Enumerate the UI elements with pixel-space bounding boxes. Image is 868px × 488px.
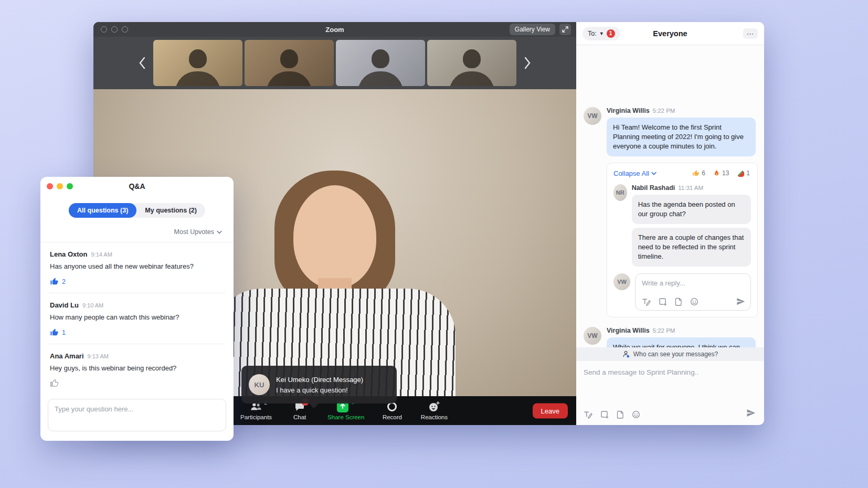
avatar: VW: [613, 273, 630, 290]
question-text: Hey guys, is this webinar being recorded…: [50, 364, 224, 372]
watermelon-icon: [737, 170, 744, 177]
chat-label: Chat: [293, 414, 306, 420]
qa-window: Q&A All questions (3) My questions (2) M…: [40, 177, 234, 441]
participant-silhouette: [372, 49, 389, 68]
upvote-count: 1: [62, 329, 66, 336]
reaction-list: 6 13 1: [692, 169, 751, 177]
tab-all-questions[interactable]: All questions (3): [69, 203, 136, 218]
avatar: NR: [613, 184, 627, 201]
minimize-window-button[interactable]: [57, 183, 63, 189]
participant-silhouette: [463, 49, 481, 68]
share-screen-button[interactable]: ⌃ Share Screen: [327, 401, 364, 420]
chat-composer: [576, 361, 764, 425]
question-author: David Lu: [50, 301, 79, 309]
chevron-down-icon: [651, 172, 657, 175]
reaction-watermelon[interactable]: 1: [737, 169, 750, 177]
window-controls: [47, 183, 73, 189]
filmstrip-prev-icon[interactable]: [135, 54, 149, 72]
participant-filmstrip: [93, 37, 576, 89]
participant-silhouette: [189, 49, 207, 68]
message-time: 5:22 PM: [653, 108, 675, 114]
message-bubble: There are a couple of changes that need …: [632, 228, 751, 267]
chevron-down-icon: [217, 230, 222, 234]
window-titlebar: Zoom Gallery View: [93, 22, 576, 37]
question-text: Has anyone used all the new webinar feat…: [50, 262, 224, 270]
thread-reply-composer: VW: [613, 273, 751, 311]
close-window-button[interactable]: [47, 183, 53, 189]
toast-avatar: KU: [249, 374, 270, 395]
message-author: Virginia Willis: [607, 327, 650, 334]
filmstrip-next-icon[interactable]: [521, 54, 534, 72]
qa-question: Ana Amari9:13 AM Hey guys, is this webin…: [49, 344, 225, 395]
message-time: 5:22 PM: [653, 327, 675, 334]
participant-video-tile[interactable]: [427, 40, 516, 86]
fire-icon: [713, 169, 720, 177]
message-bubble: While we wait for everyone, I think we c…: [607, 337, 756, 348]
qa-question: David Lu9:10 AM How many people can watc…: [49, 293, 225, 344]
reactions-icon: [428, 401, 440, 412]
chat-header: To: ▼ 1 Everyone ⋯: [576, 22, 764, 45]
share-screen-label: Share Screen: [327, 414, 364, 420]
qa-tabs: All questions (3) My questions (2): [40, 203, 234, 218]
toast-message: I have a quick question!: [276, 386, 363, 394]
screenshot-icon[interactable]: [600, 410, 609, 419]
avatar: VW: [584, 327, 601, 345]
upvote-button[interactable]: 1: [50, 328, 224, 337]
thumbs-up-icon: [692, 169, 700, 177]
question-author: Ana Amari: [50, 352, 84, 360]
upvote-button[interactable]: [50, 379, 224, 388]
fullscreen-icon[interactable]: [559, 24, 571, 35]
format-text-icon[interactable]: [642, 298, 651, 306]
question-input[interactable]: [48, 399, 226, 431]
thread-reply-message: NR Nabil Rashadi11:31 AM Has the agenda …: [613, 184, 751, 267]
participant-video-tile[interactable]: [336, 40, 425, 86]
file-icon[interactable]: [617, 410, 624, 419]
question-author: Lena Oxton: [50, 250, 88, 258]
maximize-window-button[interactable]: [67, 183, 73, 189]
more-options-icon[interactable]: ⋯: [743, 28, 758, 39]
record-button[interactable]: Record: [378, 401, 406, 420]
qa-title: Q&A: [129, 182, 145, 190]
send-reply-icon[interactable]: [736, 297, 745, 306]
participant-silhouette: [280, 49, 298, 68]
screenshot-icon[interactable]: [659, 298, 667, 306]
message-bubble: Has the agenda been posted on our group …: [632, 195, 751, 224]
emoji-icon[interactable]: [632, 410, 640, 419]
reaction-fire[interactable]: 13: [713, 169, 729, 177]
chat-message-input[interactable]: [584, 368, 757, 410]
recipient-unread-badge: 1: [607, 29, 615, 38]
leave-button[interactable]: Leave: [533, 403, 568, 418]
participant-video-tile[interactable]: [245, 40, 334, 86]
send-message-icon[interactable]: [746, 408, 756, 418]
window-title: Zoom: [93, 26, 576, 34]
file-icon[interactable]: [675, 298, 682, 306]
thumbs-up-icon: [50, 379, 59, 388]
reply-input[interactable]: [642, 279, 744, 292]
chat-panel: To: ▼ 1 Everyone ⋯ VW Virginia Willis5:2…: [576, 22, 764, 425]
participant-video-tile[interactable]: [153, 40, 242, 86]
record-label: Record: [383, 414, 402, 420]
emoji-icon[interactable]: [690, 298, 698, 306]
upvote-button[interactable]: 2: [50, 277, 224, 286]
message-thread: Collapse All 6 13: [607, 163, 758, 317]
reactions-button[interactable]: Reactions: [420, 401, 448, 420]
chat-recipient-selector[interactable]: To: ▼ 1: [583, 27, 620, 40]
format-text-icon[interactable]: [584, 410, 592, 419]
collapse-all-link[interactable]: Collapse All: [613, 169, 657, 177]
qa-titlebar: Q&A: [40, 177, 234, 196]
sort-dropdown[interactable]: Most Upvotes: [40, 218, 234, 242]
message-author: Virginia Willis: [607, 107, 650, 114]
reaction-thumbs-up[interactable]: 6: [692, 169, 705, 177]
tab-my-questions[interactable]: My questions (2): [136, 203, 205, 218]
thumbs-up-icon: [50, 277, 59, 286]
chat-notification-toast[interactable]: KU Kei Umeko (Direct Message) I have a q…: [241, 366, 397, 404]
gallery-view-button[interactable]: Gallery View: [510, 24, 555, 35]
who-can-see-label: Who can see your messages?: [633, 351, 718, 358]
participants-button[interactable]: 2 Participants: [240, 401, 272, 420]
desktop-background: Zoom Gallery View: [0, 0, 868, 488]
chat-message-list: VW Virginia Willis5:22 PM Hi Team! Welco…: [576, 45, 764, 347]
who-can-see-banner[interactable]: Who can see your messages?: [576, 347, 764, 361]
question-time: 9:13 AM: [88, 353, 109, 359]
thumbs-up-icon: [50, 328, 59, 337]
chat-message: VW Virginia Willis5:22 PM While we wait …: [584, 327, 758, 348]
